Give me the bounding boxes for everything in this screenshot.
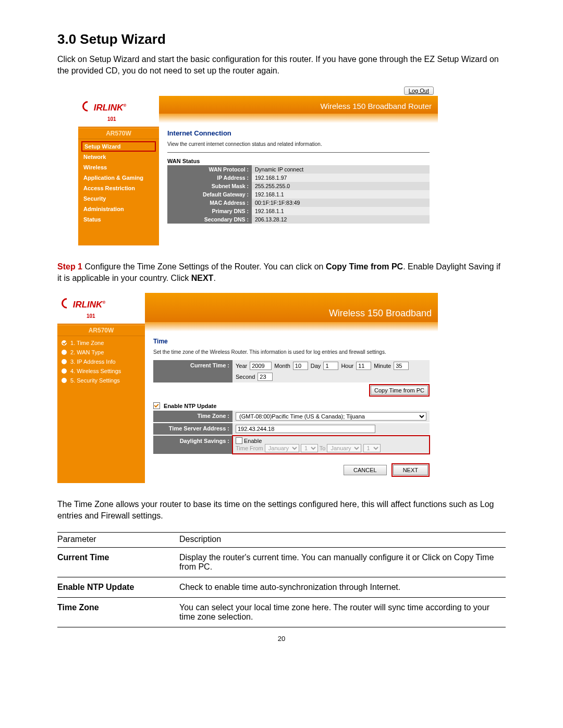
daylight-label: Daylight Savings : [153,436,232,454]
checkbox-empty-icon[interactable] [236,437,242,444]
banner-title: Wireless 150 Broadband Router [321,102,432,110]
sidebar-item-application-gaming[interactable]: Application & Gaming [78,172,159,183]
panel-title: Internet Connection [167,129,430,137]
screenshot-time-setup: IRLINK® 101 AR570W 1. Time Zone 2. WAN T… [57,293,438,483]
kv-value: 192.168.1.1 [252,207,430,215]
wan-status-title: WAN Status [167,158,430,164]
bullet-icon [62,359,67,364]
wizard-step-5[interactable]: 5. Security Settings [57,376,145,385]
bullet-icon [62,378,67,383]
second-input[interactable] [258,373,273,381]
panel-title: Time [153,338,430,345]
next-button[interactable]: NEXT [393,465,428,475]
logout-button[interactable]: Log Out [404,87,434,95]
copy-time-button[interactable]: Copy Time from PC [371,386,428,395]
time-server-input[interactable] [236,425,375,433]
table-row: Enable NTP UpdateCheck to enable time au… [57,577,506,597]
panel-desc: Set the time zone of the Wireless Router… [153,349,430,355]
day-input[interactable] [323,362,338,370]
param-name: Enable NTP Update [57,577,179,597]
minute-input[interactable] [394,362,409,370]
parameter-table: Parameter Description Current TimeDispla… [57,532,506,627]
kv-value: Dynamic IP connect [252,165,430,174]
panel-desc: View the current internet connection sta… [167,141,430,147]
kv-key: Primary DNS : [167,207,252,215]
hour-input[interactable] [356,362,371,370]
time-server-label: Time Server Address : [153,423,232,435]
kv-key: Default Gateway : [167,190,252,199]
sidebar-item-status[interactable]: Status [78,214,159,225]
dl-from-month[interactable]: January [265,444,299,452]
kv-key: IP Address : [167,174,252,182]
param-header: Parameter [57,532,179,547]
copy-time-highlight: Copy Time from PC [369,384,430,397]
timezone-label: Time Zone : [153,411,232,422]
sidebar-item-wireless[interactable]: Wireless [78,162,159,172]
checkbox-checked-icon[interactable] [153,402,160,409]
kv-key: Subnet Mask : [167,182,252,190]
bullet-icon [62,368,67,374]
table-row: Current TimeDisplay the router's current… [57,547,506,577]
logo: IRLINK® 101 [78,96,159,128]
screenshot-internet-connection: Log Out IRLINK® 101 AR570W Setup WizardN… [78,85,438,245]
kv-key: MAC Address : [167,199,252,207]
dl-to-month[interactable]: January [327,444,361,452]
wan-status-table: WAN Protocol :Dynamic IP connectIP Addre… [167,165,430,224]
sidebar-item-access-restriction[interactable]: Access Restriction [78,183,159,193]
page-number: 20 [57,635,506,643]
year-input[interactable] [250,362,272,370]
kv-value: 192.168.1.1 [252,190,430,199]
current-time-fields: Year Month Day Hour Minute Second [232,360,430,382]
bullet-icon [62,340,67,346]
logo: IRLINK® 101 [57,293,145,325]
kv-key: Secondary DNS : [167,215,252,224]
table-row: Time ZoneYou can select your local time … [57,597,506,627]
sidebar-item-security[interactable]: Security [78,193,159,204]
enable-ntp-row[interactable]: Enable NTP Update [153,400,430,411]
section-heading: 3.0 Setup Wizard [57,31,506,47]
banner-title: Wireless 150 Broadband [329,308,432,319]
model-label: AR570W [78,128,159,139]
wizard-step-2[interactable]: 2. WAN Type [57,348,145,357]
desc-header: Description [179,532,506,547]
cancel-button[interactable]: CANCEL [344,465,387,475]
model-label: AR570W [57,325,145,336]
kv-value: 206.13.28.12 [252,215,430,224]
param-desc: Check to enable time auto-synchronizatio… [179,577,506,597]
kv-key: WAN Protocol : [167,165,252,174]
sidebar-item-setup-wizard[interactable]: Setup Wizard [81,141,156,152]
swoosh-icon [80,99,95,114]
timezone-select[interactable]: (GMT-08:00)Pacific Time (US & Canada); T… [236,412,426,421]
timezone-paragraph: The Time Zone allows your router to base… [57,499,506,521]
bullet-icon [62,350,67,355]
sidebar-item-network[interactable]: Network [78,152,159,162]
kv-value: 255.255.255.0 [252,182,430,190]
wizard-step-4[interactable]: 4. Wireless Settings [57,366,145,376]
step1-paragraph: Step 1 Configure the Time Zone Settings … [57,261,506,283]
param-desc: Display the router's current time. You c… [179,547,506,577]
kv-value: 192.168.1.97 [252,174,430,182]
param-name: Time Zone [57,597,179,627]
next-highlight: NEXT [391,463,430,477]
param-name: Current Time [57,547,179,577]
wizard-step-3[interactable]: 3. IP Address Info [57,357,145,366]
wizard-step-1[interactable]: 1. Time Zone [57,338,145,348]
dl-from-day[interactable]: 1 [301,444,318,452]
month-input[interactable] [293,362,308,370]
kv-value: 00:1F:1F:1F:83:49 [252,199,430,207]
param-desc: You can select your local time zone here… [179,597,506,627]
current-time-label: Current Time : [153,360,232,382]
sidebar-item-administration[interactable]: Administration [78,204,159,214]
swoosh-icon [59,296,74,311]
intro-paragraph: Click on Setup Wizard and start the basi… [57,54,506,76]
dl-to-day[interactable]: 1 [363,444,381,452]
